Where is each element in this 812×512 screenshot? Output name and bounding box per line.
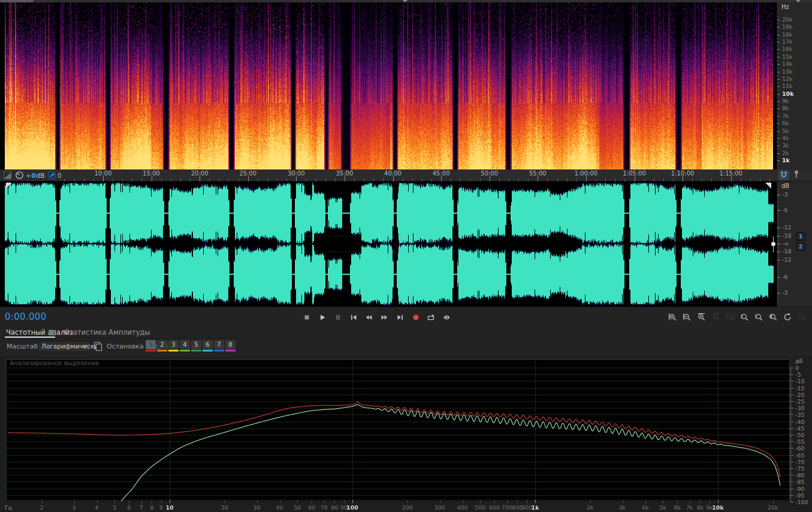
tab-amplitude-statistics[interactable]: Статистика Амплитуды (64, 328, 150, 337)
pause-button[interactable] (332, 311, 343, 323)
db-minor-tick (777, 213, 778, 214)
chart-y-tick (790, 414, 793, 415)
frame-hold-button-6[interactable]: 6 (203, 340, 213, 352)
chart-y-tick (790, 419, 792, 419)
chart-y-tick (790, 402, 792, 403)
db-minor-tick (777, 302, 778, 302)
chart-y-tick (790, 397, 792, 398)
freq-tick-label: 7k (782, 113, 789, 119)
frame-hold-button-8[interactable]: 8 (225, 340, 236, 352)
freq-tick (777, 131, 780, 132)
selection-handle-right[interactable] (765, 183, 771, 189)
db-minor-tick (777, 296, 778, 297)
db-minor-tick (777, 287, 778, 287)
time-display[interactable]: 0:00.000 (5, 311, 46, 322)
zoom-selection-button[interactable] (768, 311, 779, 323)
zoom-in-time-button[interactable] (667, 311, 678, 323)
fast-forward-button[interactable] (379, 311, 390, 323)
stop-button[interactable] (301, 311, 312, 323)
chart-y-tick-label: -45 (795, 425, 805, 432)
scale-select[interactable]: Логарифмический (38, 341, 90, 352)
freq-tick (777, 20, 780, 20)
skip-to-end-button[interactable] (394, 311, 406, 323)
zoom-full-button[interactable] (796, 311, 808, 323)
freq-tick-label: 11k (782, 83, 793, 89)
waveform-display[interactable] (0, 181, 777, 307)
time-tick-label: 40:00 (380, 170, 406, 177)
clip-gain-knob[interactable] (771, 242, 775, 246)
freq-tick-label: 3k (782, 142, 789, 149)
selection-handle-left[interactable] (6, 183, 12, 189)
play-button[interactable] (316, 311, 328, 323)
loop-playback-button[interactable] (425, 311, 437, 323)
zoom-toolbar (667, 311, 808, 323)
db-tick (777, 236, 780, 237)
db-tick (777, 293, 780, 293)
chart-y-tick (790, 471, 792, 471)
time-tick (441, 176, 442, 181)
copy-icon[interactable] (93, 341, 102, 352)
db-minor-tick (777, 255, 778, 256)
skip-selection-button[interactable] (441, 311, 452, 323)
record-button[interactable] (410, 311, 421, 323)
zoom-selection-left-button[interactable] (739, 311, 750, 323)
channel-1-button[interactable]: 1 (796, 232, 805, 241)
chart-x-tick (700, 500, 701, 503)
zoom-out-time-button[interactable] (681, 311, 693, 323)
chart-y-tick (790, 411, 792, 411)
freq-tick (777, 153, 780, 154)
time-tick (538, 176, 538, 181)
freq-minor-tick (777, 120, 778, 120)
chart-y-tick (790, 404, 792, 404)
frame-hold-button-2[interactable]: 2 (157, 340, 167, 352)
freq-tick (777, 57, 780, 57)
spectrogram-display[interactable] (0, 2, 777, 169)
chart-y-tick (790, 373, 792, 374)
freq-minor-tick (777, 53, 778, 54)
timeline-ruler[interactable]: +0 dB 0 10:0015:0020:0025:0030:0035:0040… (0, 169, 812, 181)
freq-minor-tick (777, 135, 778, 135)
chart-y-tick-label: -85 (795, 478, 805, 485)
chart-x-tick (170, 500, 170, 503)
chart-x-tick-label: 30 (245, 504, 269, 511)
frame-hold-color (157, 350, 167, 352)
chart-y-tick (790, 413, 792, 414)
time-ruler-ticks[interactable]: 10:0015:0020:0025:0030:0035:0040:0045:00… (0, 169, 777, 181)
freq-tick (777, 86, 780, 87)
marker-pin-icon[interactable] (793, 170, 800, 179)
chart-x-tick (590, 500, 591, 503)
chart-y-tick-label: -50 (795, 432, 805, 438)
chart-y-tick (790, 384, 792, 384)
chart-y-tick (790, 437, 792, 438)
db-minor-tick (777, 280, 778, 280)
freq-minor-tick (777, 16, 778, 17)
chart-y-tick (790, 420, 792, 420)
channel-2-button[interactable]: 2 (796, 243, 805, 251)
db-minor-tick (777, 201, 778, 202)
db-minor-tick (777, 269, 778, 270)
db-tick (777, 260, 780, 260)
tab-frequency-analysis[interactable]: Частотный анализ (6, 328, 73, 337)
zoom-out-frequency-button[interactable] (710, 311, 722, 323)
skip-to-start-button[interactable] (348, 311, 359, 323)
waveform-editor[interactable] (0, 181, 777, 307)
frame-hold-button-7[interactable]: 7 (214, 340, 224, 352)
freq-tick-label: 18k (782, 31, 793, 38)
zoom-selection-right-button[interactable] (753, 311, 765, 323)
freq-minor-tick (777, 164, 778, 165)
time-tick (103, 176, 104, 181)
zoom-reset-button[interactable] (725, 311, 736, 323)
panel-menu-icon[interactable] (49, 330, 56, 335)
frame-hold-button-3[interactable]: 3 (168, 340, 179, 352)
rewind-button[interactable] (363, 311, 375, 323)
chart-y-tick-label: -55 (795, 438, 805, 445)
chart-y-tick (790, 389, 792, 390)
frequency-analysis-chart[interactable] (6, 359, 790, 501)
chart-y-tick (790, 380, 792, 380)
frame-hold-button-1[interactable]: 1 (146, 340, 156, 352)
snap-toggle-button[interactable] (778, 170, 789, 180)
frame-hold-button-4[interactable]: 4 (180, 340, 190, 352)
zoom-history-button[interactable] (782, 311, 793, 323)
frame-hold-button-5[interactable]: 5 (191, 340, 201, 352)
zoom-in-frequency-button[interactable] (696, 311, 707, 323)
